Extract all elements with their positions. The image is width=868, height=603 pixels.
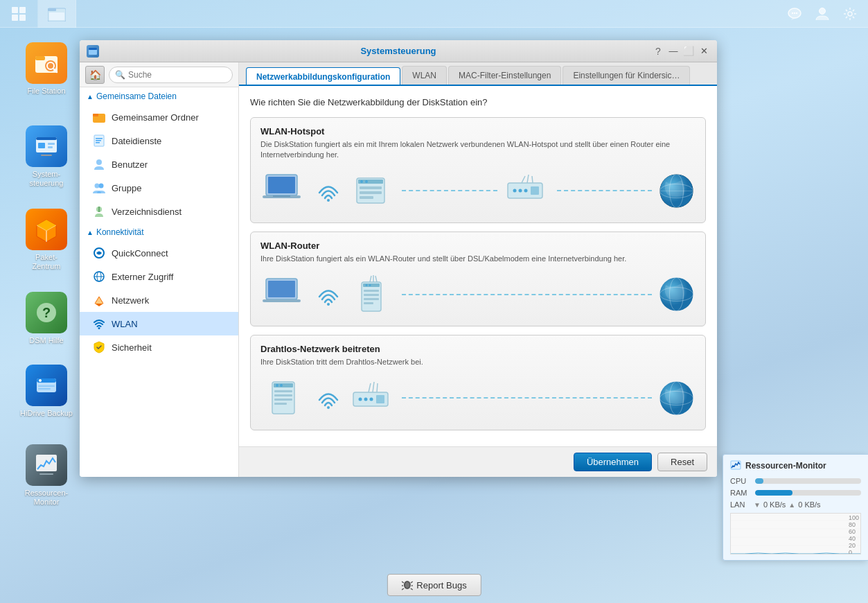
svg-point-70	[524, 189, 528, 193]
diagram-nas	[260, 379, 309, 417]
svg-line-94	[375, 276, 377, 282]
svg-line-127	[410, 582, 412, 583]
tab-wlan[interactable]: WLAN	[402, 66, 447, 85]
diagram-globe-2	[657, 275, 696, 313]
ubernehmen-button[interactable]: Übernehmen	[574, 453, 652, 471]
svg-rect-41	[96, 138, 103, 139]
sidebar-item-verzeichnisdienst[interactable]: Verzeichnisdienst	[80, 200, 238, 223]
svg-rect-103	[274, 394, 292, 396]
desktop-icon-hidrive-label: HiDrive Backup	[20, 409, 73, 418]
chat-icon-btn[interactable]	[782, 3, 807, 25]
sidebar-section-gemeinsame-dateien[interactable]: ▲ Gemeinsame Dateien	[80, 87, 238, 105]
window-title-icon	[87, 45, 99, 58]
svg-rect-43	[96, 142, 100, 143]
diagram-modem-1	[503, 172, 551, 210]
svg-rect-89	[364, 294, 379, 296]
systemsteuerung-window: Systemsteuerung ? — ⬜ ✕ 🏠 🔍 ▲ Gemeinsame…	[80, 40, 717, 477]
taskbar-right	[782, 3, 868, 25]
window-maximize-btn[interactable]: ⬜	[682, 45, 695, 58]
svg-rect-37	[89, 48, 97, 50]
resource-monitor-title: Ressourcen-Monitor	[730, 460, 861, 471]
wlan-hotspot-title: WLAN-Hotspot	[260, 126, 696, 137]
taskbar-file-station[interactable]	[38, 0, 76, 28]
desktop-icon-file-station[interactable]: File Station	[15, 38, 78, 100]
network-card-wlan-hotspot[interactable]: WLAN-Hotspot Die DiskStation fungiert al…	[250, 117, 706, 223]
tab-mac-filter[interactable]: MAC-Filter-Einstellungen	[448, 66, 561, 85]
diagram-globe-3	[657, 379, 696, 417]
svg-rect-71	[531, 186, 539, 195]
desktop-icon-hidrive[interactable]: HiDrive Backup	[15, 360, 78, 422]
window-close-btn[interactable]: ✕	[698, 45, 710, 58]
svg-line-126	[401, 582, 403, 583]
chevron-right-icon: ▲	[87, 93, 94, 101]
svg-point-109	[364, 398, 367, 401]
tab-netzwerkabbildung[interactable]: Netzwerkabbildungskonfiguration	[246, 67, 400, 86]
window-footer: Übernehmen Reset	[239, 446, 717, 477]
content-question: Wie richten Sie die Netzwerkabbildung de…	[250, 97, 706, 107]
sidebar-item-dateidienste[interactable]: Dateidienste	[80, 129, 238, 152]
diagram-globe-1	[657, 172, 696, 210]
svg-line-113	[373, 382, 374, 392]
sidebar-item-externer-zugriff[interactable]: Externer Zugriff	[80, 265, 238, 288]
svg-rect-55	[268, 177, 295, 193]
svg-point-63	[365, 180, 368, 183]
window-titlebar: Systemsteuerung ? — ⬜ ✕	[80, 40, 717, 62]
tab-kindersicherung[interactable]: Einstellungen für Kindersic…	[563, 66, 690, 85]
rm-lan-row: LAN ▼ 0 KB/s ▲ 0 KB/s	[730, 500, 861, 509]
sidebar-section-konnektivitaet[interactable]: ▲ Konnektivität	[80, 223, 238, 241]
svg-rect-23	[41, 155, 52, 156]
sidebar-item-quickconnect[interactable]: QuickConnect	[80, 241, 238, 265]
window-body: 🏠 🔍 ▲ Gemeinsame Dateien Gemeins	[80, 62, 717, 477]
svg-point-108	[358, 398, 362, 401]
svg-point-125	[405, 582, 409, 588]
gruppe-icon	[92, 181, 106, 195]
svg-point-68	[513, 189, 517, 193]
desktop-icon-system-label: System-steuerung	[30, 170, 64, 188]
wlan-hotspot-desc: Die DiskStation fungiert als ein mit Ihr…	[260, 139, 696, 161]
drahtlos-title: Drahtlos-Netzwerk beitreten	[260, 344, 696, 354]
svg-point-69	[519, 189, 522, 193]
user-icon-btn[interactable]	[810, 3, 835, 25]
svg-line-73	[527, 175, 529, 183]
svg-rect-42	[96, 140, 101, 141]
desktop-icon-paket-zentrum[interactable]: Paket-Zentrum	[15, 204, 78, 275]
sidebar-item-sicherheit[interactable]: Sicherheit	[80, 335, 238, 359]
reset-button[interactable]: Reset	[657, 453, 707, 471]
svg-point-9	[794, 12, 795, 13]
svg-rect-58	[273, 195, 290, 197]
search-icon: 🔍	[115, 70, 125, 80]
svg-line-74	[532, 176, 533, 183]
diagram-laptop-2	[260, 275, 309, 313]
sidebar-item-gemeinsamer-ordner[interactable]: Gemeinsamer Ordner	[80, 105, 238, 129]
search-input[interactable]	[128, 70, 227, 80]
sidebar-item-gruppe[interactable]: Gruppe	[80, 176, 238, 200]
rm-ram-row: RAM	[730, 489, 861, 497]
sidebar-home-btn[interactable]: 🏠	[85, 66, 105, 84]
svg-rect-118	[731, 461, 741, 469]
svg-point-11	[820, 8, 826, 14]
sidebar-search-container[interactable]: 🔍	[109, 67, 233, 83]
rm-cpu-bar-container	[755, 478, 861, 484]
svg-point-10	[796, 12, 797, 13]
externer-zugriff-icon	[92, 270, 106, 283]
sidebar-item-netzwerk[interactable]: Netzwerk	[80, 288, 238, 312]
report-bugs-label: Report Bugs	[416, 580, 466, 591]
sidebar-item-benutzer[interactable]: Benutzer	[80, 152, 238, 176]
report-bugs-button[interactable]: Report Bugs	[387, 574, 481, 596]
dateidienste-icon	[92, 134, 106, 148]
svg-rect-0	[12, 7, 18, 13]
chevron-down-icon: ▲	[87, 229, 94, 236]
desktop-icon-dsm-hilfe[interactable]: ? DSM Hilfe	[15, 288, 78, 349]
network-card-wlan-router[interactable]: WLAN-Router Ihre DiskStation fungiert al…	[250, 231, 706, 326]
settings-icon-btn[interactable]	[838, 3, 862, 25]
window-minimize-btn[interactable]: —	[667, 45, 680, 58]
window-help-btn[interactable]: ?	[652, 45, 664, 58]
network-card-drahtlos[interactable]: Drahtlos-Netzwerk beitreten Ihre DiskSta…	[250, 335, 706, 430]
window-title: Systemsteuerung	[360, 46, 436, 56]
sidebar-item-wlan[interactable]: WLAN	[80, 312, 238, 335]
taskbar-app-grid[interactable]	[0, 0, 38, 28]
bug-icon	[401, 579, 412, 591]
desktop-icon-systemsteuerung[interactable]: System-steuerung	[15, 121, 78, 192]
desktop-icon-paket-label: Paket-Zentrum	[33, 253, 61, 271]
desktop-icon-ressourcen-monitor[interactable]: Ressourcen-Monitor	[15, 440, 78, 511]
